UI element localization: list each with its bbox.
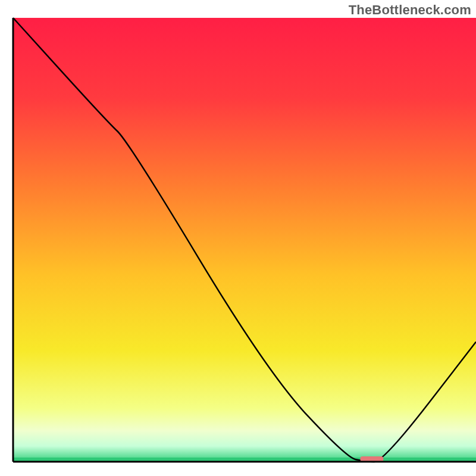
- attribution-text: TheBottleneck.com: [349, 2, 471, 18]
- gradient-background: [13, 18, 476, 462]
- bottleneck-chart: [0, 0, 476, 476]
- chart-container: TheBottleneck.com: [0, 0, 476, 476]
